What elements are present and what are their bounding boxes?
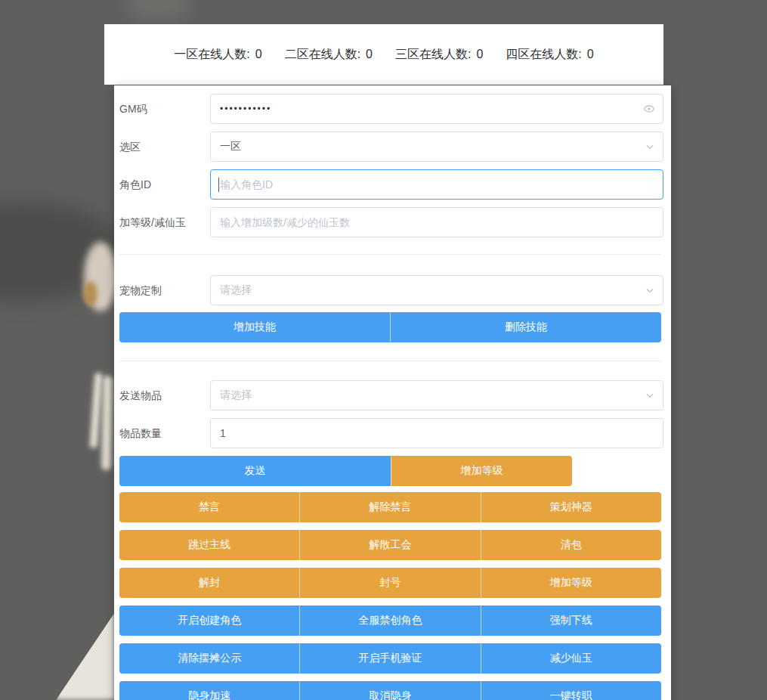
send-button[interactable]: 发送: [119, 456, 391, 486]
skip-mainline-button[interactable]: 跳过主线: [119, 530, 299, 560]
one-key-class-change-button[interactable]: 一键转职: [481, 681, 661, 700]
online-count-zone2: 二区在线人数: 0: [285, 47, 373, 63]
online-count-label: 二区在线人数:: [285, 47, 360, 63]
online-count-label: 四区在线人数:: [506, 47, 581, 63]
level-jade-row: 加等级/减仙玉: [119, 207, 663, 237]
add-level-button-2[interactable]: 增加等级: [481, 568, 661, 598]
chevron-down-icon: [645, 141, 655, 152]
unmute-button[interactable]: 解除禁言: [299, 492, 480, 522]
action-row: 清除摆摊公示 开启手机验证 减少仙玉: [119, 643, 661, 674]
skill-button-group: 增加技能 删除技能: [119, 312, 661, 342]
send-item-label: 发送物品: [119, 380, 210, 410]
reduce-jade-button[interactable]: 减少仙玉: [481, 643, 661, 674]
role-id-row: 角色ID: [119, 169, 663, 200]
online-count-zone4: 四区在线人数: 0: [506, 47, 593, 63]
role-id-label: 角色ID: [119, 169, 210, 200]
zone-row: 选区 一区: [119, 132, 663, 162]
figure-robe-edge: [56, 612, 115, 700]
section-divider: [119, 361, 661, 361]
role-id-input[interactable]: [220, 178, 654, 190]
zone-select[interactable]: 一区: [210, 132, 663, 162]
figure-gold-ornament: [83, 281, 97, 305]
item-qty-label: 物品数量: [119, 418, 210, 448]
online-count-zone3: 三区在线人数: 0: [395, 47, 483, 63]
force-offline-button[interactable]: 强制下线: [481, 606, 661, 636]
chevron-down-icon: [645, 390, 655, 401]
action-row: 隐身加速 取消隐身 一键转职: [119, 681, 661, 700]
pet-custom-placeholder: 请选择: [220, 283, 252, 297]
add-level-button[interactable]: 增加等级: [391, 456, 572, 486]
gm-code-row: GM码: [119, 94, 663, 124]
online-count-label: 一区在线人数:: [174, 47, 249, 63]
online-count-value: 0: [366, 48, 373, 61]
online-count-zone1: 一区在线人数: 0: [174, 47, 261, 63]
background-blob: [125, 0, 193, 21]
online-count-value: 0: [587, 48, 594, 61]
online-counts-bar: 一区在线人数: 0 二区在线人数: 0 三区在线人数: 0 四区在线人数: 0: [104, 24, 663, 85]
action-row: 禁言 解除禁言 策划神器: [119, 492, 661, 522]
online-count-label: 三区在线人数:: [395, 47, 471, 63]
chevron-down-icon: [645, 285, 655, 296]
send-item-row: 发送物品 请选择: [119, 380, 663, 410]
ban-button[interactable]: 封号: [299, 568, 480, 598]
level-jade-label: 加等级/减仙玉: [119, 207, 210, 237]
item-qty-input[interactable]: [220, 427, 654, 439]
figure-shoulder-shadow: [0, 203, 125, 301]
section-divider: [119, 254, 661, 255]
action-row: 跳过主线 解散工会 清包: [119, 530, 661, 560]
disband-guild-button[interactable]: 解散工会: [299, 530, 480, 560]
forbid-create-role-button[interactable]: 全服禁创角色: [299, 606, 480, 636]
eye-icon[interactable]: [643, 103, 655, 115]
mute-button[interactable]: 禁言: [119, 492, 299, 522]
online-count-value: 0: [255, 48, 262, 61]
figure-robe-strand: [90, 373, 103, 448]
zone-label: 选区: [119, 132, 210, 162]
pet-custom-select[interactable]: 请选择: [210, 275, 663, 305]
online-count-value: 0: [476, 48, 483, 61]
gm-code-input[interactable]: [220, 104, 654, 114]
send-item-select[interactable]: 请选择: [210, 380, 663, 410]
send-item-placeholder: 请选择: [220, 389, 252, 402]
gm-code-field[interactable]: [210, 94, 663, 124]
send-button-row: 发送 增加等级: [119, 456, 661, 486]
clear-bag-button[interactable]: 清包: [481, 530, 661, 560]
level-jade-input[interactable]: [220, 216, 654, 228]
level-jade-field[interactable]: [210, 207, 663, 237]
clear-stall-notice-button[interactable]: 清除摆摊公示: [119, 643, 299, 674]
add-skill-button[interactable]: 增加技能: [119, 312, 390, 342]
figure-head: [84, 242, 117, 311]
item-qty-field[interactable]: [210, 418, 663, 448]
cancel-stealth-button[interactable]: 取消隐身: [299, 681, 480, 700]
stealth-speed-button[interactable]: 隐身加速: [119, 681, 299, 700]
unban-button[interactable]: 解封: [119, 568, 299, 598]
zone-select-value: 一区: [220, 140, 241, 153]
enable-phone-verify-button[interactable]: 开启手机验证: [299, 643, 480, 674]
text-caret: [218, 178, 219, 192]
gm-code-label: GM码: [119, 94, 210, 124]
enable-create-role-button[interactable]: 开启创建角色: [119, 606, 299, 636]
action-row: 解封 封号 增加等级: [119, 568, 661, 598]
item-qty-row: 物品数量: [119, 418, 663, 448]
planner-tool-button[interactable]: 策划神器: [481, 492, 661, 522]
gm-panel: GM码 选区 一区 角色ID: [114, 85, 671, 700]
delete-skill-button[interactable]: 删除技能: [390, 312, 661, 342]
role-id-field[interactable]: [210, 169, 663, 200]
action-row: 开启创建角色 全服禁创角色 强制下线: [119, 606, 661, 636]
figure-robe-strand: [101, 376, 113, 470]
pet-custom-label: 宠物定制: [119, 275, 210, 305]
pet-custom-row: 宠物定制 请选择: [119, 275, 663, 305]
